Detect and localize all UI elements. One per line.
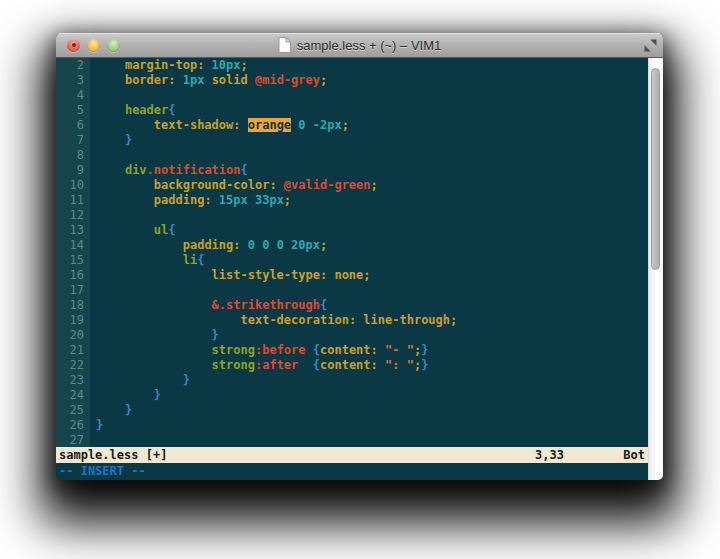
code-line[interactable]: 17 [56,283,648,298]
code-line[interactable]: 2 margin-top: 10px; [56,58,648,73]
code-text: header{ [90,103,176,118]
code-line[interactable]: 11 padding: 15px 33px; [56,193,648,208]
line-number: 27 [56,433,90,447]
line-number: 23 [56,373,90,388]
code-text: } [90,388,161,403]
code-text: strong:after {content: ": ";} [90,358,428,373]
code-line[interactable]: 19 text-decoration: line-through; [56,313,648,328]
fullscreen-arrows-icon [644,39,657,52]
line-number: 21 [56,343,90,358]
window-titlebar[interactable]: sample.less + (~) – VIM1 [56,33,663,58]
code-line[interactable]: 13 ul{ [56,223,648,238]
code-line[interactable]: 27 [56,433,648,447]
code-text: ul{ [90,223,175,238]
scrollbar-track[interactable] [648,58,663,480]
line-number: 6 [56,118,90,133]
code-text: padding: 0 0 0 20px; [90,238,327,253]
title-group: sample.less + (~) – VIM1 [278,37,442,53]
code-text: border: 1px solid @mid-grey; [90,73,327,88]
code-text: list-style-type: none; [90,268,371,283]
line-number: 19 [56,313,90,328]
line-number: 13 [56,223,90,238]
fullscreen-button[interactable] [643,38,657,52]
line-number: 12 [56,208,90,223]
code-text: background-color: @valid-green; [90,178,378,193]
line-number: 18 [56,298,90,313]
vim-statusline: sample.less [+] 3,33 Bot [56,447,648,463]
code-text: li{ [90,253,204,268]
line-number: 4 [56,88,90,103]
modified-indicator-icon [72,43,76,47]
statusline-ruler: 3,33 [535,447,564,463]
line-number: 10 [56,178,90,193]
desktop-background: sample.less + (~) – VIM1 2 margin-top: 1… [0,0,720,559]
line-number: 3 [56,73,90,88]
code-text: } [90,418,103,433]
statusline-filename: sample.less [+] [59,448,167,462]
code-line[interactable]: 25 } [56,403,648,418]
code-area[interactable]: 2 margin-top: 10px;3 border: 1px solid @… [56,58,648,447]
code-line[interactable]: 22 strong:after {content: ": ";} [56,358,648,373]
code-line[interactable]: 24 } [56,388,648,403]
line-number: 16 [56,268,90,283]
code-text: } [90,133,132,148]
code-text [90,88,96,103]
code-line[interactable]: 5 header{ [56,103,648,118]
code-line[interactable]: 10 background-color: @valid-green; [56,178,648,193]
line-number: 7 [56,133,90,148]
vim-modeline: -- INSERT -- [56,463,648,480]
code-line[interactable]: 23 } [56,373,648,388]
line-number: 2 [56,58,90,73]
code-line[interactable]: 12 [56,208,648,223]
statusline-scroll-position: Bot [623,447,645,463]
line-number: 20 [56,328,90,343]
scrollbar-thumb[interactable] [651,68,660,270]
code-line[interactable]: 21 strong:before {content: "- ";} [56,343,648,358]
window-body: 2 margin-top: 10px;3 border: 1px solid @… [56,58,663,480]
code-text: padding: 15px 33px; [90,193,291,208]
line-number: 15 [56,253,90,268]
code-line[interactable]: 9 div.notification{ [56,163,648,178]
code-text: margin-top: 10px; [90,58,248,73]
code-text [90,208,96,223]
code-line[interactable]: 26} [56,418,648,433]
code-line[interactable]: 14 padding: 0 0 0 20px; [56,238,648,253]
code-text [90,433,96,447]
code-line[interactable]: 15 li{ [56,253,648,268]
code-text [90,148,96,163]
line-number: 17 [56,283,90,298]
window-title: sample.less + (~) – VIM1 [297,38,442,53]
line-number: 24 [56,388,90,403]
minimize-button[interactable] [87,39,100,52]
code-line[interactable]: 20 } [56,328,648,343]
code-text: text-decoration: line-through; [90,313,457,328]
line-number: 11 [56,193,90,208]
line-number: 9 [56,163,90,178]
code-text: text-shadow: orange 0 -2px; [90,118,349,133]
document-icon [278,37,291,53]
code-line[interactable]: 4 [56,88,648,103]
code-line[interactable]: 6 text-shadow: orange 0 -2px; [56,118,648,133]
line-number: 8 [56,148,90,163]
zoom-button[interactable] [107,39,120,52]
close-button[interactable] [67,39,80,52]
code-text: } [90,328,219,343]
code-text: } [90,403,132,418]
line-number: 25 [56,403,90,418]
code-text: &.strikethrough{ [90,298,327,313]
code-text [90,283,96,298]
line-number: 26 [56,418,90,433]
insert-mode-indicator: -- INSERT -- [59,464,146,478]
code-text: strong:before {content: "- ";} [90,343,428,358]
line-number: 14 [56,238,90,253]
code-text: } [90,373,190,388]
code-line[interactable]: 8 [56,148,648,163]
code-line[interactable]: 7 } [56,133,648,148]
code-line[interactable]: 16 list-style-type: none; [56,268,648,283]
vim-window: sample.less + (~) – VIM1 2 margin-top: 1… [56,33,663,480]
code-text: div.notification{ [90,163,248,178]
code-line[interactable]: 3 border: 1px solid @mid-grey; [56,73,648,88]
code-line[interactable]: 18 &.strikethrough{ [56,298,648,313]
line-number: 5 [56,103,90,118]
editor-column: 2 margin-top: 10px;3 border: 1px solid @… [56,58,648,480]
